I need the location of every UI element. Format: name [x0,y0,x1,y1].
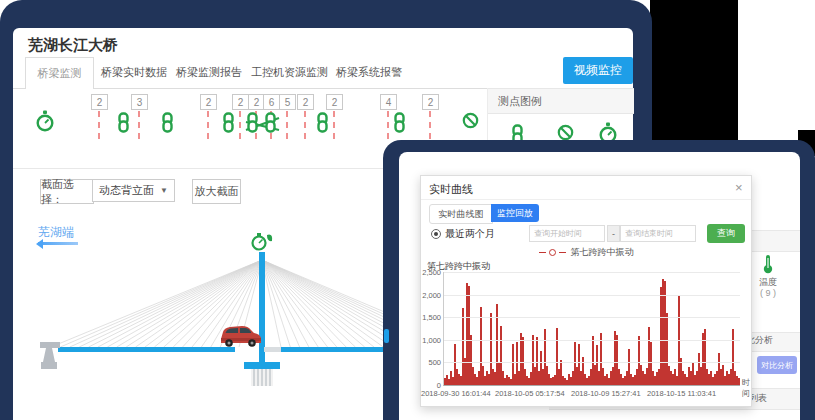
sensor-count-badge: 2 [422,94,439,110]
compare-button[interactable]: 对比分析 [757,356,797,374]
sensor-count-badge: 3 [131,94,148,110]
realtime-curve-dialog: 实时曲线 × 实时曲线图 监控回放 最近两个月 - 查询 第七跨跨中振动 第七跨… [420,175,752,407]
sensor-dashed-line [98,111,100,139]
pier-column [251,369,273,386]
radio-label: 最近两个月 [445,227,495,241]
x-tick-label: 2018-10-15 11:03:41 [647,389,716,398]
legend-panel-header: 测点图例 [488,88,634,114]
chain-icon[interactable] [117,112,130,137]
bridge-abutment [40,342,60,369]
gridline [444,362,740,363]
temperature-count: ( 9 ) [754,288,782,298]
screenshot-stage: 芜湖长江大桥 桥梁监测 桥梁实时数据 桥梁监测报告 工控机资源监测 桥梁系统报警… [0,0,815,420]
chain-icon[interactable] [161,112,174,137]
bridge-deck-left [58,347,235,352]
y-tick-label: 2,500 [413,268,441,277]
y-tick-label: 1,000 [413,336,441,345]
chain-icon[interactable] [393,112,406,137]
sensor-count-badge: 6 [263,94,280,110]
legend-marker-icon [549,249,556,256]
x-tick-label: 2018-10-05 05:17:54 [495,389,565,398]
sensor-count-badge: 2 [232,94,249,110]
sensor-count-badge: 2 [91,94,108,110]
y-tick-label: 2,000 [413,291,441,300]
sensor-count-badge: 5 [279,94,296,110]
sensor-dashed-line [429,111,431,139]
chain-icon[interactable] [222,112,235,137]
last-two-months-radio[interactable] [431,229,441,239]
legend-label: 第七跨跨中振动 [571,246,634,259]
popup-window: 测点图例 温度 ( 9 ) 对比分析 对比分析 振动测点列表 实时曲线 × 实时… [399,152,800,420]
gridline [444,317,740,318]
sensor-count-badge: 4 [380,94,397,110]
chart-bars [444,272,740,385]
legend-line-icon [559,252,566,253]
query-button[interactable]: 查询 [707,224,745,243]
chart-bar [738,378,740,385]
start-time-input[interactable] [529,225,605,242]
y-tick-label: 1,500 [413,313,441,322]
tower-gauge-icon[interactable] [253,233,273,250]
sensor-dashed-line [286,111,288,139]
sensor-count-badge: 2 [326,94,343,110]
x-axis-name: 时间 [742,377,751,399]
gridline [444,295,740,296]
close-icon[interactable]: × [735,180,743,195]
thermometer-icon [762,254,774,278]
chart-legend[interactable]: 第七跨跨中振动 [421,246,751,258]
input-separator: - [607,225,620,242]
section-select-label: 截面选择： [40,179,94,204]
sensor-dashed-line [239,111,241,139]
tab-monitor-report[interactable]: 桥梁监测报告 [176,65,242,80]
sensor-count-badge: 2 [200,94,217,110]
y-tick-label: 500 [413,358,441,367]
tab-realtime-curve[interactable]: 实时曲线图 [429,204,493,224]
gauge-icon[interactable] [35,110,55,136]
legend-line-icon [539,252,546,253]
end-time-input[interactable] [620,225,696,242]
section-select-value: 动态背立面 [99,183,154,198]
dialog-title: 实时曲线 [429,182,473,197]
tab-realtime-data[interactable]: 桥梁实时数据 [101,65,167,80]
zoom-section-button[interactable]: 放大截面 [192,179,241,204]
ban-icon[interactable] [462,112,479,133]
popup-frame: 测点图例 温度 ( 9 ) 对比分析 对比分析 振动测点列表 实时曲线 × 实时… [383,140,815,420]
video-monitor-button[interactable]: 视频监控 [563,57,633,84]
sensor-dashed-line [333,111,335,139]
tab-label: 桥梁监测 [38,66,82,81]
sensor-dashed-line [304,111,306,139]
sensor-count-badge: 2 [297,94,314,110]
caret-down-icon: ▼ [160,186,168,195]
bridge-deck-joint [264,347,281,352]
tab-system-alarm[interactable]: 桥梁系统报警 [336,65,402,80]
sensor-dashed-line [207,111,209,139]
legend-panel-title: 测点图例 [498,94,542,109]
tab-monitor-playback[interactable]: 监控回放 [491,204,539,222]
chain-icon[interactable] [316,112,329,137]
sensor-dashed-line [387,111,389,139]
x-tick-label: 2018-09-30 16:01:44 [421,389,491,398]
x-tick-label: 2018-10-09 15:27:41 [571,389,641,398]
car [221,326,261,347]
gridline [444,340,740,341]
desktop-black-band [650,0,738,162]
chart-plot: 2,5002,0001,5001,0005000 [443,272,740,386]
scrollbar-thumb[interactable] [384,329,389,343]
section-select[interactable]: 动态背立面 ▼ [92,179,175,202]
page-title: 芜湖长江大桥 [28,36,118,55]
tab-bridge-monitor[interactable]: 桥梁监测 [25,57,94,89]
sensor-dashed-line [138,111,140,139]
chain-icon[interactable] [246,112,259,137]
tab-ipc-resource[interactable]: 工控机资源监测 [251,65,328,80]
pier-cap [244,362,280,369]
chain-icon[interactable] [264,112,277,137]
gridline [444,272,740,273]
